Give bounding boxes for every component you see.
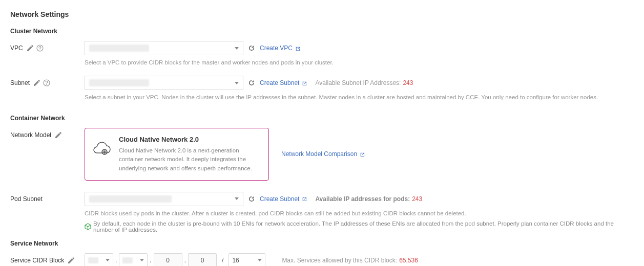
vpc-help-text: Select a VPC to provide CIDR blocks for … [85, 59, 634, 65]
help-icon[interactable] [36, 45, 44, 52]
external-link-icon [301, 80, 307, 86]
vpc-select-value [89, 45, 149, 52]
network-model-card-title: Cloud Native Network 2.0 [119, 136, 260, 143]
chevron-down-icon [235, 197, 239, 200]
section-cluster-network: Cluster Network [10, 28, 634, 35]
refresh-icon[interactable] [247, 79, 256, 87]
section-service-network: Service Network [10, 240, 634, 247]
chevron-down-icon [106, 259, 110, 261]
cidr-octet-4: 0 [188, 253, 217, 266]
subnet-label: Subnet [10, 76, 85, 86]
subnet-available-label: Available Subnet IP Addresses:243 [315, 79, 413, 86]
pod-available-count: 243 [412, 195, 422, 203]
help-icon[interactable] [43, 79, 50, 86]
create-vpc-link[interactable]: Create VPC [260, 45, 300, 52]
external-link-icon [301, 196, 307, 202]
network-model-label: Network Model [10, 128, 85, 139]
network-model-comparison-link[interactable]: Network Model Comparison [281, 150, 365, 158]
edit-icon[interactable] [54, 131, 61, 139]
cidr-prefix-value: 16 [232, 257, 239, 264]
pod-available-label: Available IP addresses for pods:243 [315, 195, 422, 203]
create-subnet-link[interactable]: Create Subnet [260, 195, 307, 203]
subnet-help-text: Select a subnet in your VPC. Nodes in th… [85, 94, 634, 100]
pod-subnet-select-value [89, 195, 172, 203]
pod-subnet-select[interactable] [85, 192, 243, 206]
create-subnet-link[interactable]: Create Subnet [260, 79, 307, 86]
pod-subnet-help-text: CIDR blocks used by pods in the cluster.… [85, 210, 634, 216]
cidr-octet-2[interactable] [119, 253, 148, 266]
refresh-icon[interactable] [247, 195, 256, 203]
cidr-octet-1-value [88, 257, 98, 263]
network-model-card[interactable]: Cloud Native Network 2.0 Cloud Native Ne… [85, 128, 269, 181]
chevron-down-icon [258, 259, 262, 261]
subnet-select[interactable] [85, 76, 243, 90]
page-title: Network Settings [10, 10, 634, 18]
chevron-down-icon [140, 259, 144, 261]
edit-icon[interactable] [67, 257, 74, 264]
vpc-select[interactable] [85, 41, 243, 55]
max-services-label: Max. Services allowed by this CIDR block… [282, 257, 418, 264]
external-link-icon [359, 151, 365, 157]
pod-subnet-label: Pod Subnet [10, 192, 85, 203]
section-container-network: Container Network [10, 115, 634, 122]
service-cidr-label: Service CIDR Block [10, 253, 85, 264]
cidr-octet-3: 0 [154, 253, 182, 266]
max-services-count: 65,536 [399, 257, 418, 264]
edit-icon[interactable] [33, 79, 40, 86]
cidr-octet-2-value [122, 257, 133, 263]
chevron-down-icon [235, 47, 239, 50]
external-link-icon [295, 46, 300, 51]
pod-subnet-tip: By default, each node in the cluster is … [85, 220, 634, 233]
refresh-icon[interactable] [247, 44, 256, 52]
subnet-select-value [89, 79, 149, 86]
cloud-globe-icon [92, 142, 112, 157]
subnet-available-count: 243 [403, 79, 413, 86]
vpc-label: VPC [10, 41, 85, 52]
chevron-down-icon [235, 82, 239, 84]
cidr-prefix-select[interactable]: 16 [228, 253, 265, 266]
cidr-octet-1-including-value[interactable] [85, 253, 113, 266]
edit-icon[interactable] [26, 45, 33, 52]
cube-icon [85, 223, 91, 230]
network-model-card-desc: Cloud Native Network 2.0 is a next-gener… [119, 146, 260, 173]
